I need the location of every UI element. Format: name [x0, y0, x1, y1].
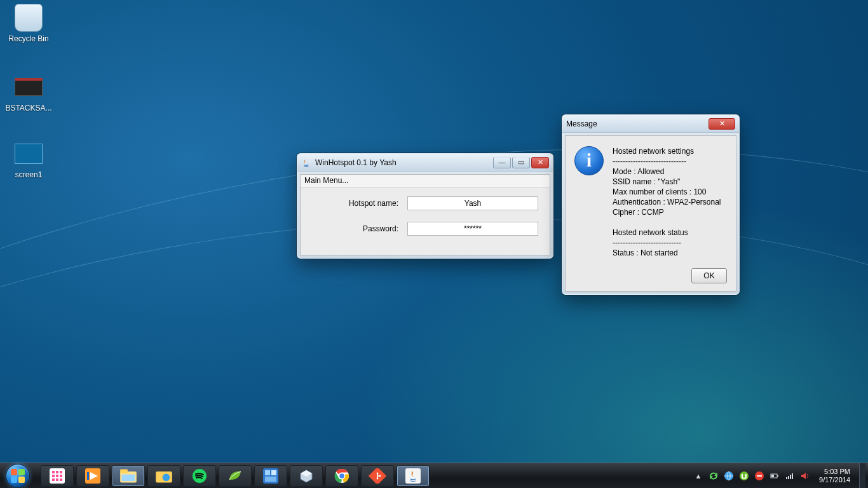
input-hotspot-name[interactable] [407, 196, 538, 210]
desktop-icon-bstacksa[interactable]: BSTACKSA... [3, 73, 54, 112]
info-icon: i [574, 146, 604, 175]
svg-rect-15 [122, 474, 135, 481]
desktop-icon-label: BSTACKSA... [3, 104, 54, 112]
tray-utorrent-icon[interactable] [739, 471, 749, 481]
svg-rect-42 [792, 473, 793, 479]
svg-rect-3 [60, 471, 62, 473]
minimize-button[interactable]: — [493, 157, 511, 168]
system-tray: ▲ 5:03 PM 9/17/2014 [693, 463, 868, 489]
svg-rect-22 [265, 477, 276, 482]
svg-rect-37 [777, 475, 778, 477]
label-hotspot-name: Hotspot name: [312, 199, 407, 208]
tray-globe-icon[interactable] [724, 471, 734, 481]
windows-orb-icon [6, 464, 30, 488]
window-winhotspot[interactable]: WinHotspot 0.1 by Yash — ▭ ✕ Main Menu..… [297, 153, 553, 259]
svg-rect-12 [87, 472, 89, 480]
taskbar: ▲ 5:03 PM 9/17/2014 [0, 463, 868, 488]
window-message[interactable]: Message ✕ i Hosted network settings ----… [562, 114, 740, 295]
start-button[interactable] [0, 463, 36, 489]
menu-main[interactable]: Main Menu... [301, 175, 550, 187]
svg-rect-41 [790, 475, 791, 479]
svg-rect-6 [60, 475, 62, 477]
svg-rect-9 [60, 478, 62, 481]
tray-network-icon[interactable] [785, 471, 795, 481]
tray-volume-icon[interactable] [800, 471, 810, 481]
desktop-icon-recycle-bin[interactable]: Recycle Bin [3, 4, 54, 43]
maximize-button[interactable]: ▭ [512, 157, 530, 168]
input-password[interactable] [407, 222, 538, 236]
svg-rect-20 [265, 470, 270, 475]
taskbar-folder-web[interactable] [147, 465, 180, 487]
svg-rect-5 [56, 475, 58, 477]
desktop-icon-screen1[interactable]: screen1 [3, 140, 54, 179]
taskbar-java[interactable] [397, 465, 430, 487]
recycle-bin-icon [15, 4, 43, 32]
svg-rect-4 [52, 475, 55, 477]
taskbar-git[interactable] [361, 465, 394, 487]
tray-shield-icon[interactable] [754, 471, 764, 481]
taskbar-virtualbox[interactable] [290, 465, 323, 487]
svg-rect-8 [56, 478, 58, 481]
taskbar-spotify[interactable] [183, 465, 216, 487]
svg-rect-21 [271, 470, 276, 475]
tray-time: 5:03 PM [819, 468, 850, 476]
svg-rect-40 [788, 476, 789, 479]
tray-clock[interactable]: 5:03 PM 9/17/2014 [815, 468, 854, 484]
taskbar-settings-panel[interactable] [254, 465, 287, 487]
window-title: Message [566, 119, 597, 128]
titlebar[interactable]: Message ✕ [562, 115, 739, 133]
titlebar[interactable]: WinHotspot 0.1 by Yash — ▭ ✕ [297, 154, 553, 172]
svg-rect-1 [52, 471, 55, 473]
message-text: Hosted network settings ----------------… [613, 146, 721, 258]
desktop-icon-label: Recycle Bin [3, 34, 54, 43]
svg-rect-2 [56, 471, 58, 473]
window-title: WinHotspot 0.1 by Yash [315, 158, 397, 167]
show-desktop-button[interactable] [859, 463, 865, 489]
tray-sync-icon[interactable] [709, 471, 719, 481]
label-password: Password: [312, 224, 407, 233]
picture-icon [15, 144, 43, 164]
taskbar-file-explorer[interactable] [112, 465, 145, 487]
taskbar-chrome[interactable] [325, 465, 358, 487]
svg-point-26 [339, 473, 345, 478]
svg-rect-35 [757, 475, 762, 477]
svg-rect-39 [786, 477, 787, 479]
svg-rect-14 [120, 469, 128, 473]
svg-rect-38 [771, 475, 774, 477]
java-icon [301, 158, 311, 168]
svg-marker-43 [801, 473, 806, 479]
taskbar-media-player[interactable] [76, 465, 109, 487]
desktop-icon-label: screen1 [3, 170, 54, 179]
svg-point-17 [163, 473, 170, 481]
tray-battery-icon[interactable] [770, 471, 780, 481]
drive-icon [15, 78, 43, 96]
taskbar-app-grid[interactable] [41, 465, 74, 487]
close-button[interactable]: ✕ [531, 157, 549, 168]
ok-button[interactable]: OK [691, 268, 727, 283]
tray-overflow-icon[interactable]: ▲ [693, 471, 703, 481]
close-button[interactable]: ✕ [709, 118, 735, 130]
tray-date: 9/17/2014 [819, 476, 850, 484]
svg-rect-7 [52, 478, 55, 481]
taskbar-bluestacks[interactable] [219, 465, 252, 487]
